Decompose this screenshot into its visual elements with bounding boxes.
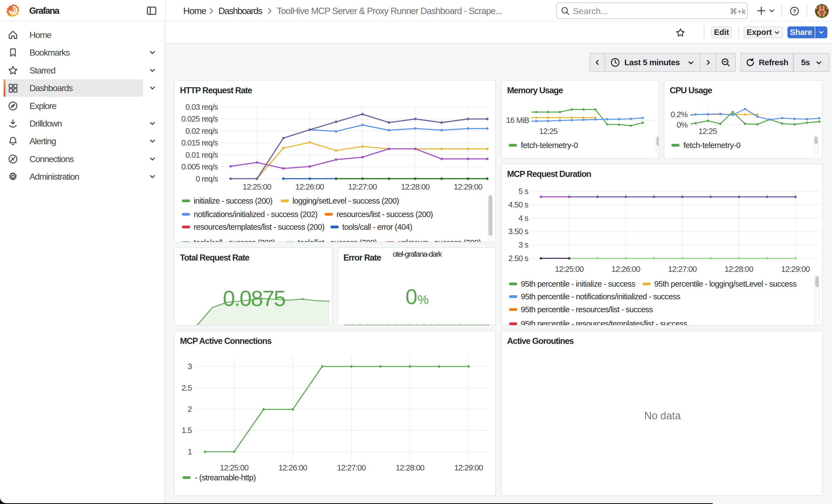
svg-text:2.5: 2.5 <box>182 383 192 392</box>
svg-text:4 s: 4 s <box>519 214 528 222</box>
svg-text:12:29:00: 12:29:00 <box>454 182 482 191</box>
svg-text:0.01 req/s: 0.01 req/s <box>185 151 218 159</box>
svg-text:12:27:00: 12:27:00 <box>348 182 376 191</box>
svg-text:12:27:00: 12:27:00 <box>337 463 366 472</box>
svg-text:1.5: 1.5 <box>182 426 192 435</box>
svg-text:?: ? <box>792 8 796 14</box>
svg-text:12:28:00: 12:28:00 <box>401 182 430 191</box>
svg-text:4.50 s: 4.50 s <box>509 200 528 209</box>
svg-text:12:29:00: 12:29:00 <box>454 463 483 472</box>
svg-text:12:28:00: 12:28:00 <box>724 265 753 273</box>
svg-text:12:25: 12:25 <box>539 127 557 136</box>
svg-text:0 req/s: 0 req/s <box>196 175 218 183</box>
svg-text:5 s: 5 s <box>519 187 528 195</box>
svg-text:12:26:00: 12:26:00 <box>295 182 324 191</box>
svg-text:0.015 req/s: 0.015 req/s <box>181 138 218 147</box>
svg-text:12:25:00: 12:25:00 <box>220 463 249 472</box>
svg-text:2: 2 <box>188 405 192 414</box>
svg-text:3 s: 3 s <box>519 240 528 249</box>
svg-text:0.025 req/s: 0.025 req/s <box>181 114 218 123</box>
svg-text:12:28:00: 12:28:00 <box>396 463 424 472</box>
svg-text:0%: 0% <box>677 121 687 129</box>
svg-text:12:26:00: 12:26:00 <box>279 463 307 472</box>
svg-text:3.50 s: 3.50 s <box>509 227 528 236</box>
svg-text:0.2%: 0.2% <box>671 110 687 119</box>
svg-text:12:29:00: 12:29:00 <box>781 265 810 273</box>
svg-text:12:26:00: 12:26:00 <box>612 265 640 273</box>
svg-text:12:25: 12:25 <box>698 127 717 136</box>
svg-text:1: 1 <box>188 447 192 456</box>
svg-text:12:27:00: 12:27:00 <box>668 265 697 273</box>
svg-text:12:25:00: 12:25:00 <box>555 265 583 273</box>
svg-text:0.005 req/s: 0.005 req/s <box>181 162 218 171</box>
svg-text:12:25:00: 12:25:00 <box>243 182 271 191</box>
svg-text:2.50 s: 2.50 s <box>509 254 528 263</box>
svg-text:3: 3 <box>188 362 192 371</box>
svg-text:16 MiB: 16 MiB <box>506 116 529 125</box>
svg-text:0.02 req/s: 0.02 req/s <box>185 127 218 135</box>
svg-text:0.03 req/s: 0.03 req/s <box>185 103 218 111</box>
